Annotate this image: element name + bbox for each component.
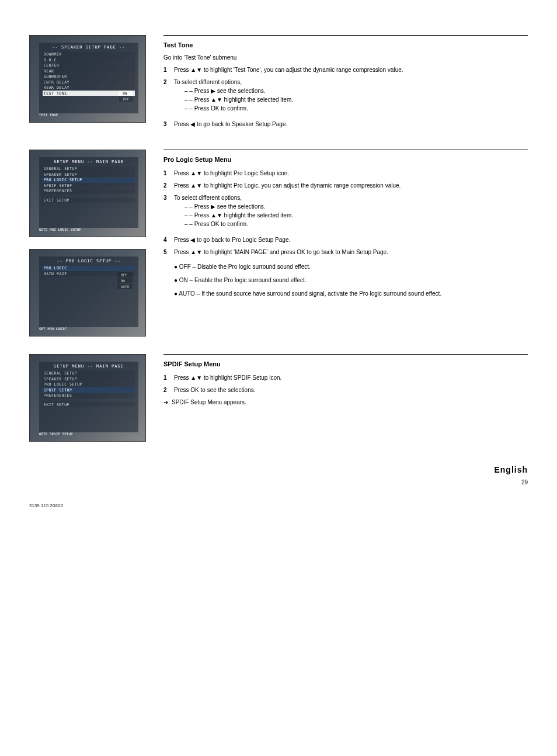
scr-item: REAR [43,68,135,74]
scr-item-highlight: PRO LOGIC [43,266,135,271]
scr-title: SETUP MENU -- MAIN PAGE [43,159,135,164]
pro-logic-content: Pro Logic Setup Menu 1 Press ▲▼ to highl… [163,150,528,304]
scr-item: CENTER [43,63,135,68]
step-3: 3 To select different options, – Press ▶… [163,193,528,232]
scr-title: -- PRO LOGIC SETUP -- [43,259,135,263]
screenshot-test-tone: -- SPEAKER SETUP PAGE -- DOWNMIX D.R.C C… [29,35,146,123]
scr-footer: GOTO SPDIF SETUP [39,432,73,436]
scr-item: EXIT SETUP [43,402,135,407]
step-number: 3 [163,193,174,232]
text: Press [174,121,190,127]
text: highlight the selected item. [222,212,293,219]
step-number: 2 [163,386,174,394]
section-title: Pro Logic Setup Menu [163,156,528,163]
scr-item: SUBWOOFER [43,74,135,79]
text: to highlight SPDIF Setup icon. [202,374,281,381]
screenshot-column: SETUP MENU -- MAIN PAGE GENERAL SETUP SP… [29,150,146,337]
text: Press OK to see the selections. [174,386,528,394]
step-3: 3 Press ◀ to go back to Speaker Setup Pa… [163,120,528,129]
step-2: 2 To select different options, – Press ▶… [163,78,528,116]
step-1: 1 Press ▲▼ to highlight 'Test Tone', you… [163,65,528,74]
text: to go back to Speaker Setup Page. [195,121,287,127]
text: to highlight 'Test Tone', you can adjust… [202,67,403,73]
text: – Press [189,96,211,103]
step-number: 3 [163,120,174,129]
text: Press [174,67,190,73]
scr-item: SPEAKER SETUP [43,376,135,382]
step-1: 1 Press ▲▼ to highlight SPDIF Setup icon… [163,373,528,382]
scr-item: DOWNMIX [43,52,135,57]
text: Press [174,182,190,189]
step-number: 2 [163,78,174,116]
scr-sub: ON [119,91,133,96]
test-tone-row: -- SPEAKER SETUP PAGE -- DOWNMIX D.R.C C… [29,35,528,132]
scr-item: PREFERENCES [43,189,135,194]
text: – Press OK to confirm. [189,221,248,227]
up-down-arrow-icon: ▲▼ [211,211,222,220]
right-arrow-icon: ▶ [211,86,215,95]
text: to highlight Pro Logic Setup icon. [202,170,289,176]
scr-sub: OFF [117,272,133,278]
screenshot-prologic-main: SETUP MENU -- MAIN PAGE GENERAL SETUP SP… [29,150,146,237]
step-number: 2 [163,181,174,190]
text: see the selections. [215,203,266,210]
scr-sub: ON [117,278,133,283]
option-auto: AUTO – If the sound source have surround… [174,289,528,298]
scr-footer: SET PRO LOGIC [39,327,67,331]
scr-item: CNTR DELAY [43,79,135,85]
screenshot-spdif: SETUP MENU -- MAIN PAGE GENERAL SETUP SP… [29,354,146,442]
text: Press [174,374,190,381]
spdif-content: SPDIF Setup Menu 1 Press ▲▼ to highlight… [163,354,528,409]
test-tone-content: Test Tone Go into 'Test Tone' submenu 1 … [163,35,528,132]
step-number: 5 [163,248,174,256]
scr-item: D.R.C [43,57,135,63]
divider [163,150,528,150]
step-2: 2 Press OK to see the selections. [163,386,528,394]
scr-sub: AUTO [117,284,133,289]
text: to go back to Pro Logic Setup Page. [195,237,290,243]
text: Press [174,237,190,243]
language-label: English [29,465,528,474]
scr-title: SETUP MENU -- MAIN PAGE [43,364,135,369]
option-off: OFF – Disable the Pro logic surround sou… [174,262,528,271]
text: Press [174,170,190,176]
up-down-arrow-icon: ▲▼ [190,181,202,190]
text: To select different options, [174,195,242,201]
up-down-arrow-icon: ▲▼ [190,65,202,74]
text: – Press OK to confirm. [189,105,248,112]
divider [163,354,528,355]
text: To select different options, [174,79,242,85]
option-list: OFF – Disable the Pro logic surround sou… [163,262,528,298]
spdif-row: SETUP MENU -- MAIN PAGE GENERAL SETUP SP… [29,354,528,442]
scr-item: PRO LOGIC SETUP [43,382,135,387]
step-number: 1 [163,169,174,178]
step-1: 1 Press ▲▼ to highlight Pro Logic Setup … [163,169,528,178]
option-on: ON – Enable the Pro logic surround sound… [174,276,528,285]
scr-item-highlight: SPDIF SETUP [43,387,135,393]
pro-logic-row: SETUP MENU -- MAIN PAGE GENERAL SETUP SP… [29,150,528,337]
intro-text: Go into 'Test Tone' submenu [163,54,528,61]
step-4: 4 Press ◀ to go back to Pro Logic Setup … [163,235,528,244]
text: – Press [189,212,211,219]
step-2: 2 Press ▲▼ to highlight Pro Logic, you c… [163,181,528,190]
scr-item: GENERAL SETUP [43,371,135,376]
step-5: 5 Press ▲▼ to highlight 'MAIN PAGE' and … [163,248,528,256]
scr-item: REAR DELAY [43,85,135,91]
section-title: SPDIF Setup Menu [163,360,528,367]
step-number: 4 [163,235,174,244]
scr-footer: TEST TONE [39,113,58,117]
text: – Press [189,203,211,210]
text: – Press [189,88,211,94]
screenshot-prologic-setup: -- PRO LOGIC SETUP -- PRO LOGIC MAIN PAG… [29,249,146,337]
text: Press [174,249,190,255]
scr-item: EXIT SETUP [43,197,135,203]
scr-item: SPEAKER SETUP [43,172,135,177]
section-title: Test Tone [163,41,528,48]
result-arrow: SPDIF Setup Menu appears. [163,398,528,407]
screenshot-column: SETUP MENU -- MAIN PAGE GENERAL SETUP SP… [29,354,146,442]
text: to highlight Pro Logic, you can adjust t… [202,182,401,189]
text: to highlight 'MAIN PAGE' and press OK to… [202,249,388,255]
text: highlight the selected item. [222,96,293,103]
scr-title: -- SPEAKER SETUP PAGE -- [43,45,135,50]
scr-item: GENERAL SETUP [43,167,135,172]
